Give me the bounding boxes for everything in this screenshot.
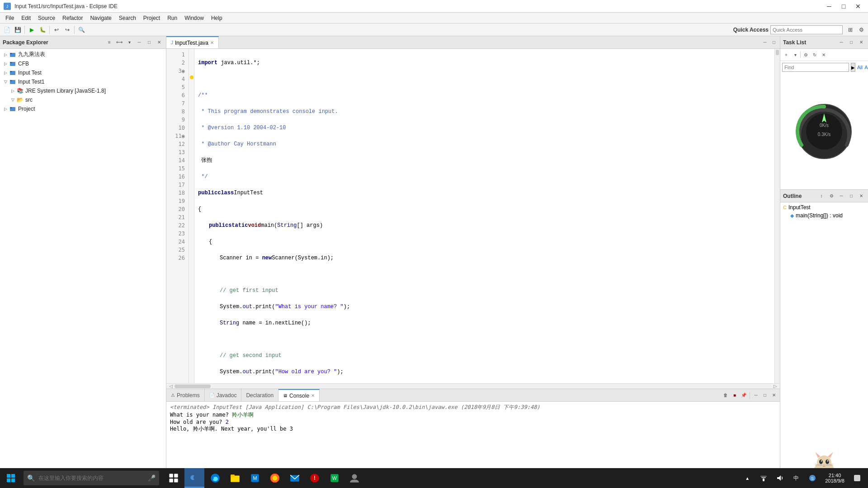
menu-help[interactable]: Help: [208, 13, 226, 23]
bottom-tabs: ⚠ Problems 📄 Javadoc Declaration 🖥 Conso…: [166, 389, 780, 402]
editor-minimize[interactable]: ─: [761, 38, 769, 47]
svg-rect-57: [761, 477, 766, 478]
task-list-close[interactable]: ✕: [857, 38, 865, 47]
toolbar-undo[interactable]: ↩: [52, 25, 61, 35]
link-editor-button[interactable]: ⟷: [115, 38, 123, 47]
filter-activate-label[interactable]: Activate...: [864, 65, 868, 70]
taskbar-store[interactable]: M: [246, 468, 264, 488]
menu-search[interactable]: Search: [115, 13, 140, 23]
outline-sort[interactable]: ↕: [817, 192, 826, 200]
menu-refactor[interactable]: Refactor: [59, 13, 86, 23]
toolbar-save[interactable]: 💾: [13, 25, 23, 35]
tree-item-九九乘法表[interactable]: ▷ 九九乘法表: [0, 50, 166, 59]
tree-item-jre[interactable]: ▷ 📚 JRE System Library [JavaSE-1.8]: [0, 86, 166, 95]
editor-hscroll[interactable]: ◁ ▷: [166, 383, 780, 389]
menu-edit[interactable]: Edit: [18, 13, 34, 23]
close-console[interactable]: ✕: [770, 391, 778, 399]
editor-vscroll[interactable]: [774, 49, 780, 383]
toolbar-settings[interactable]: ⚙: [856, 25, 866, 35]
taskbar-eclipse[interactable]: [184, 468, 204, 488]
console-icon: 🖥: [283, 393, 288, 398]
tab-declaration[interactable]: Declaration: [241, 389, 278, 401]
tray-chevron[interactable]: ▲: [740, 468, 755, 488]
task-search-input[interactable]: [782, 63, 849, 72]
menu-file[interactable]: File: [2, 13, 18, 23]
task-new[interactable]: +: [782, 51, 790, 59]
outline-item-main[interactable]: ◆ main(String[]) : void: [781, 211, 867, 220]
menu-source[interactable]: Source: [34, 13, 59, 23]
tray-app1[interactable]: S: [805, 468, 820, 488]
filter-all-label[interactable]: All: [857, 65, 863, 70]
tab-javadoc[interactable]: 📄 Javadoc: [205, 389, 242, 401]
menu-window[interactable]: Window: [181, 13, 208, 23]
taskbar-clock[interactable]: 21:40 2018/9/8: [821, 473, 848, 483]
menu-project[interactable]: Project: [140, 13, 164, 23]
outline-minimize[interactable]: ─: [837, 192, 845, 200]
toolbar-run[interactable]: ▶: [27, 25, 37, 35]
tray-ime[interactable]: 中: [789, 468, 803, 488]
task-list-minimize[interactable]: ─: [837, 38, 845, 47]
taskbar-explorer[interactable]: [226, 468, 244, 488]
tab-console[interactable]: 🖥 Console ✕: [278, 389, 320, 401]
collapse-all-button[interactable]: ≡: [105, 38, 113, 47]
menu-navigate[interactable]: Navigate: [86, 13, 115, 23]
task-delete[interactable]: ✕: [820, 51, 828, 59]
code-content[interactable]: import java.util.*; /** * This program d…: [194, 49, 774, 383]
tree-item-CFB[interactable]: ▷ CFB: [0, 59, 166, 68]
tab-problems[interactable]: ⚠ Problems: [166, 389, 205, 401]
console-stop-button[interactable]: ■: [731, 391, 739, 399]
quick-access-input[interactable]: [770, 25, 843, 34]
outline-filter[interactable]: ⚙: [827, 192, 835, 200]
task-list-maximize[interactable]: □: [847, 38, 855, 47]
toolbar-search[interactable]: 🔍: [76, 25, 86, 35]
minimize-button[interactable]: ─: [823, 2, 835, 11]
console-pin-button[interactable]: 📌: [740, 391, 748, 399]
maximize-panel-button[interactable]: □: [145, 38, 153, 47]
tree-item-input-test1[interactable]: ▽ Input Test1: [0, 77, 166, 86]
taskbar-antivirus[interactable]: !: [306, 468, 324, 488]
close-panel-button[interactable]: ✕: [155, 38, 163, 47]
task-options[interactable]: ▾: [791, 51, 799, 59]
menu-run[interactable]: Run: [164, 13, 181, 23]
taskbar-app8[interactable]: W: [326, 468, 344, 488]
gauge-container: 0K/s 0.3K/s: [793, 100, 856, 163]
toolbar-new[interactable]: 📄: [2, 25, 12, 35]
toolbar-debug[interactable]: 🐛: [38, 25, 47, 35]
tree-item-project[interactable]: ▷ Project: [0, 104, 166, 113]
editor-tab-inputtest[interactable]: J InputTest.java ✕: [166, 36, 219, 48]
tray-volume[interactable]: [773, 468, 787, 488]
maximize-button[interactable]: □: [837, 2, 850, 11]
tab-close-button[interactable]: ✕: [210, 40, 214, 45]
microphone-icon[interactable]: 🎤: [148, 474, 156, 482]
tray-notifications[interactable]: [850, 468, 864, 488]
console-close-button[interactable]: ✕: [311, 393, 315, 398]
minimize-panel-button[interactable]: ─: [135, 38, 143, 47]
outline-close[interactable]: ✕: [857, 192, 865, 200]
toolbar-redo[interactable]: ↪: [62, 25, 72, 35]
taskbar-search-input[interactable]: [38, 475, 144, 481]
maximize-console[interactable]: □: [761, 391, 769, 399]
view-menu-button[interactable]: ▾: [125, 38, 133, 47]
task-refresh[interactable]: ↻: [811, 51, 819, 59]
toolbar-perspective[interactable]: ⊞: [845, 25, 855, 35]
console-clear-button[interactable]: 🗑: [722, 391, 730, 399]
start-button[interactable]: [0, 468, 22, 488]
tree-item-input-test[interactable]: ▷ Input Test: [0, 68, 166, 77]
taskbar-browser[interactable]: [266, 468, 284, 488]
close-button[interactable]: ✕: [852, 2, 864, 11]
taskbar-user[interactable]: [345, 468, 363, 488]
tray-network[interactable]: [756, 468, 771, 488]
minimize-console[interactable]: ─: [752, 391, 760, 399]
toggle-icon: ▷: [2, 70, 9, 75]
editor-maximize[interactable]: □: [770, 38, 778, 47]
tree-item-src[interactable]: ▽ 📂 src: [0, 95, 166, 104]
code-line-3: /**: [198, 91, 771, 99]
taskbar-task-view[interactable]: [165, 468, 183, 488]
editor-area: J InputTest.java ✕ ─ □ 1 2 3◉ 4 5: [166, 36, 780, 389]
outline-maximize[interactable]: □: [847, 192, 855, 200]
outline-item-inputtest[interactable]: C InputTest: [781, 203, 867, 211]
task-search-button[interactable]: ▶: [851, 63, 855, 72]
taskbar-edge[interactable]: [206, 468, 224, 488]
taskbar-mail[interactable]: [286, 468, 304, 488]
task-filter[interactable]: ⚙: [802, 51, 810, 59]
